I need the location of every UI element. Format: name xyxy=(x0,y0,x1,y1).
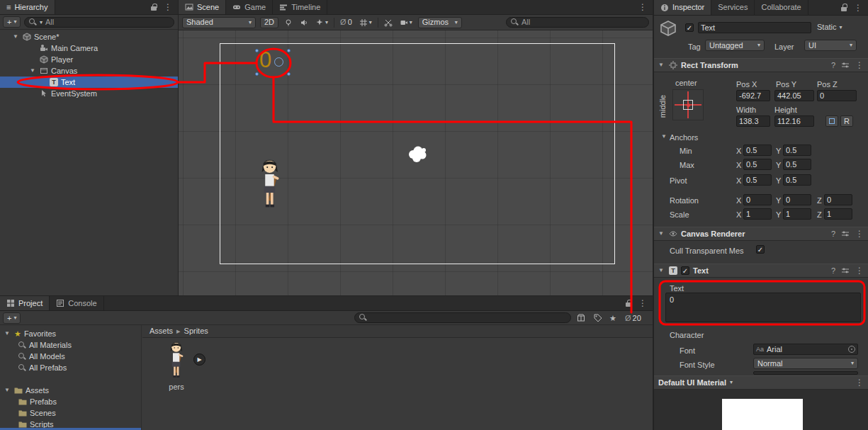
panel-menu-icon[interactable]: ⋮ xyxy=(854,4,862,12)
layer-dropdown[interactable]: UI ▾ xyxy=(804,40,857,51)
tab-collaborate[interactable]: Collaborate xyxy=(755,0,808,15)
audio-play-overlay[interactable]: ▶ xyxy=(193,353,205,366)
help-icon[interactable]: ? xyxy=(831,230,835,238)
lock-icon[interactable] xyxy=(626,300,632,307)
anchors-max-y-field[interactable]: 0.5 xyxy=(783,159,811,170)
folder-prefabs[interactable]: Prefabs xyxy=(0,396,141,407)
favorite-all-prefabs[interactable]: All Prefabs xyxy=(0,362,141,373)
tree-item-eventsystem[interactable]: EventSystem xyxy=(0,88,178,99)
presets-icon[interactable] xyxy=(841,266,850,275)
tab-project[interactable]: Project xyxy=(0,296,50,310)
foldout-icon[interactable]: ▼ xyxy=(13,34,20,40)
scene-tool-button[interactable] xyxy=(383,17,394,28)
scene-effects-toggle[interactable]: ▾ xyxy=(314,17,329,28)
scene-text-object[interactable]: 0 xyxy=(259,49,271,71)
tab-console[interactable]: Console xyxy=(50,296,103,310)
favorites-root[interactable]: ▼ ★ Favorites xyxy=(0,328,141,339)
static-dropdown[interactable]: Static ▾ xyxy=(817,23,842,31)
tree-item-main-camera[interactable]: Main Camera xyxy=(0,43,178,54)
favorites-filter-button[interactable]: ★ xyxy=(608,312,618,324)
foldout-icon[interactable]: ▼ xyxy=(658,268,665,273)
component-menu-icon[interactable]: ⋮ xyxy=(855,266,864,275)
material-preview-bar[interactable]: Default UI Material ▾ ⋮ xyxy=(654,375,868,390)
project-search-input[interactable] xyxy=(354,312,571,323)
selection-handle[interactable] xyxy=(255,49,259,52)
scene-lighting-toggle[interactable] xyxy=(283,17,294,28)
lock-icon[interactable] xyxy=(841,4,847,11)
tab-inspector[interactable]: Inspector xyxy=(654,0,711,15)
panel-menu-icon[interactable]: ⋮ xyxy=(638,299,647,307)
canvas-renderer-header[interactable]: ▼ Canvas Renderer ? ⋮ xyxy=(654,227,868,241)
presets-icon[interactable] xyxy=(841,230,850,238)
component-menu-icon[interactable]: ⋮ xyxy=(855,61,864,69)
tab-services[interactable]: Services xyxy=(711,0,755,15)
selection-handle[interactable] xyxy=(287,72,291,76)
tab-scene[interactable]: Scene xyxy=(179,0,226,14)
cull-transparent-mesh-checkbox[interactable]: ✓ xyxy=(756,245,765,254)
active-checkbox[interactable]: ✓ xyxy=(685,23,694,32)
tree-item-text[interactable]: T Text xyxy=(0,77,178,88)
pivot-x-field[interactable]: 0.5 xyxy=(743,174,772,186)
pivot-handle[interactable] xyxy=(274,57,283,67)
anchors-min-x-field[interactable]: 0.5 xyxy=(743,145,772,156)
rotation-x-field[interactable]: 0 xyxy=(743,194,772,205)
search-by-type-button[interactable] xyxy=(575,312,587,324)
gizmos-dropdown[interactable]: Gizmos ▾ xyxy=(418,17,462,28)
gameobject-name-field[interactable]: Text xyxy=(698,22,811,33)
font-object-field[interactable]: Aa Arial xyxy=(753,344,858,355)
text-component-header[interactable]: ▼ T ✓ Text ? ⋮ xyxy=(654,264,868,278)
foldout-icon[interactable]: ▼ xyxy=(658,62,665,68)
breadcrumb-assets[interactable]: Assets xyxy=(150,327,173,335)
tab-timeline[interactable]: Timeline xyxy=(273,0,327,14)
scene-audio-toggle[interactable] xyxy=(298,17,310,28)
create-object-button[interactable]: + ▾ xyxy=(3,16,21,28)
favorite-all-models[interactable]: All Models xyxy=(0,351,141,362)
tab-hierarchy[interactable]: ≡ Hierarchy xyxy=(0,0,55,14)
foldout-icon[interactable]: ▼ xyxy=(30,68,37,74)
tag-dropdown[interactable]: Untagged ▾ xyxy=(705,40,765,51)
shading-mode-dropdown[interactable]: Shaded ▾ xyxy=(182,17,256,28)
help-icon[interactable]: ? xyxy=(831,267,835,275)
pos-z-field[interactable]: 0 xyxy=(817,90,857,101)
help-icon[interactable]: ? xyxy=(831,62,835,69)
anchors-min-y-field[interactable]: 0.5 xyxy=(783,145,811,156)
foldout-icon[interactable]: ▼ xyxy=(661,134,668,140)
folder-scenes[interactable]: Scenes xyxy=(0,407,141,419)
scene-search-input[interactable]: All xyxy=(506,17,649,28)
create-asset-button[interactable]: + ▾ xyxy=(3,312,21,324)
height-field[interactable]: 112.16 xyxy=(774,115,814,127)
selection-handle[interactable] xyxy=(255,72,259,76)
drag-handle-icon[interactable]: ⋮ xyxy=(855,378,864,387)
scale-x-field[interactable]: 1 xyxy=(743,208,772,220)
favorite-all-materials[interactable]: All Materials xyxy=(0,339,141,351)
text-value-textarea[interactable]: 0 xyxy=(665,293,861,322)
anchor-preset-widget[interactable] xyxy=(672,89,704,120)
foldout-icon[interactable]: ▼ xyxy=(658,231,665,237)
component-menu-icon[interactable]: ⋮ xyxy=(855,230,864,238)
hidden-objects-toggle[interactable]: Ø 0 xyxy=(339,17,354,28)
player-sprite[interactable] xyxy=(255,156,285,211)
width-field[interactable]: 138.3 xyxy=(736,115,770,127)
rotation-y-field[interactable]: 0 xyxy=(783,194,811,205)
tree-item-scene[interactable]: ▼ Scene* xyxy=(0,31,178,43)
hidden-packages-toggle[interactable]: Ø 20 xyxy=(624,312,643,324)
rotation-z-field[interactable]: 0 xyxy=(824,194,852,205)
panel-menu-icon[interactable]: ⋮ xyxy=(638,3,647,11)
object-picker-icon[interactable] xyxy=(848,346,855,353)
pivot-y-field[interactable]: 0.5 xyxy=(783,174,811,186)
assets-root[interactable]: ▼ Assets xyxy=(0,385,141,396)
panel-menu-icon[interactable]: ⋮ xyxy=(164,3,172,11)
asset-item-pers[interactable]: ▶ pers xyxy=(154,338,202,409)
scale-y-field[interactable]: 1 xyxy=(783,208,811,220)
tab-game[interactable]: Game xyxy=(226,0,273,14)
scale-z-field[interactable]: 1 xyxy=(824,208,852,220)
rect-transform-header[interactable]: ▼ Rect Transform ? ⋮ xyxy=(654,58,868,72)
scene-viewport[interactable]: 0 xyxy=(179,30,653,295)
pos-x-field[interactable]: -692.7 xyxy=(736,90,770,101)
camera-preview-toggle[interactable]: ▾ xyxy=(398,17,414,28)
raw-edit-mode-button[interactable]: R xyxy=(840,115,853,127)
blueprint-mode-button[interactable] xyxy=(825,115,838,127)
search-by-label-button[interactable] xyxy=(592,312,604,324)
grid-visibility-toggle[interactable]: ▾ xyxy=(358,17,373,28)
foldout-icon[interactable]: ▼ xyxy=(4,331,11,336)
